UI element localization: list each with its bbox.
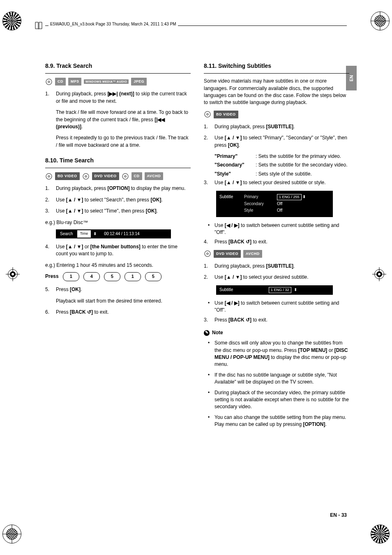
note-list: Some discs will only allow you to change…	[204, 340, 349, 428]
s811a-step-4: Press [BACK ↺] to exit.	[204, 238, 349, 245]
badge-mp3: MP3	[68, 78, 81, 86]
s810-step-5: Press [OK].Playback will start from the …	[45, 286, 191, 305]
section-8-11-title: 8.11. Switching Subtitles	[204, 62, 349, 70]
book-icon	[34, 21, 44, 31]
svg-point-11	[207, 253, 208, 254]
note-1: Some discs will only allow you to change…	[204, 340, 349, 368]
note-2: If the disc has no subtitle language or …	[204, 372, 349, 386]
crop-mark-bl	[2, 525, 21, 543]
press-digits-row: Press 1 4 5 1 5	[45, 272, 191, 281]
page-root: E5WA0UD_EN_v3.book Page 33 Thursday, Mar…	[0, 0, 392, 555]
svg-point-6	[122, 173, 128, 179]
s89-step-1: During playback, press [▶▶| (next)] to s…	[45, 90, 191, 149]
register-mark-left	[6, 267, 20, 281]
osd-subtitle-panel: SubtitlePrimary1 ENG / 255 ⬍ SecondaryOf…	[216, 191, 333, 217]
s810-step-3: Use [▲ / ▼] to select "Time", then press…	[45, 208, 191, 215]
s811b-bullet: Use [◀ / ▶] to switch between current su…	[204, 300, 349, 314]
section-8-10-title: 8.10. Time Search	[45, 156, 191, 164]
note-icon: ✎	[204, 330, 210, 336]
svg-point-0	[46, 79, 52, 85]
badge-avchd: AVCHD	[145, 172, 164, 180]
page-footer: EN - 33	[330, 512, 347, 518]
s810-eg1: e.g.) Blu-ray Disc™	[45, 219, 191, 226]
s811-badges-dvd: DVD VIDEO AVCHD	[204, 250, 349, 258]
disc-icon	[45, 78, 53, 86]
crop-mark-tr	[371, 12, 390, 30]
disc-icon	[122, 173, 129, 180]
s811a-step-1: During playback, press [SUBTITLE].	[204, 123, 349, 130]
s811a-step-3: Use [▲ / ▼] to select your desired subti…	[204, 179, 349, 186]
crop-mark-tl	[2, 12, 21, 30]
svg-point-1	[48, 81, 50, 83]
def-secondary: "Secondary": Sets the subtitle for the s…	[214, 162, 349, 169]
s810-step-2: Use [▲ / ▼] to select "Search", then pre…	[45, 197, 191, 204]
badge-bd: BD VIDEO	[214, 111, 238, 118]
badge-dvd: DVD VIDEO	[92, 172, 119, 180]
s89-badges: CD MP3 WINDOWS MEDIA™ AUDIO JPEG	[45, 78, 191, 86]
s811b-step-3: Press [BACK ↺] to exit.	[204, 317, 349, 324]
s810-badges: BD VIDEO DVD VIDEO CD AVCHD	[45, 172, 191, 180]
disc-icon	[45, 173, 53, 180]
badge-wma: WINDOWS MEDIA™ AUDIO	[84, 79, 129, 84]
register-mark-right	[372, 267, 386, 281]
s811a-bullet: Use [◀ / ▶] to switch between current su…	[204, 222, 349, 236]
right-column: 8.11. Switching Subtitles Some video mat…	[204, 62, 349, 432]
disc-icon	[82, 173, 90, 180]
s811b-step-2: Use [▲ / ▼] to select your desired subti…	[204, 274, 349, 281]
svg-point-4	[83, 173, 89, 179]
keycap-5: 5	[145, 272, 161, 281]
badge-cd: CD	[55, 78, 66, 86]
crop-mark-br	[371, 525, 390, 543]
svg-point-10	[205, 251, 210, 257]
section-8-9-title: 8.9. Track Search	[45, 62, 191, 70]
osd-subtitle-bar: Subtitle 1 ENG / 32 ⬍	[216, 285, 333, 295]
note-3: During playback of the secondary video, …	[204, 389, 349, 411]
badge-avchd: AVCHD	[243, 250, 262, 258]
header-running-text: E5WA0UD_EN_v3.book Page 33 Thursday, Mar…	[48, 22, 178, 26]
svg-point-7	[125, 176, 126, 177]
def-style: "Style": Sets style of the subtitle.	[214, 171, 349, 178]
svg-point-9	[207, 113, 208, 115]
badge-jpeg: JPEG	[131, 78, 147, 86]
disc-icon	[204, 250, 211, 257]
svg-point-8	[205, 111, 210, 117]
badge-cd: CD	[131, 172, 142, 180]
s811-intro: Some video materials may have subtitles …	[204, 78, 349, 106]
s811b-step-1: During playback, press [SUBTITLE].	[204, 263, 349, 270]
s811a-step-2: Use [▲ / ▼] to select "Primary", "Second…	[204, 134, 349, 149]
svg-point-3	[48, 176, 50, 177]
keycap-5: 5	[104, 272, 120, 281]
note-heading: ✎Note	[204, 329, 349, 336]
left-column: 8.9. Track Search CD MP3 WINDOWS MEDIA™ …	[45, 62, 191, 432]
svg-point-2	[46, 173, 52, 179]
note-4: You can also change the subtitle setting…	[204, 414, 349, 428]
s810-step-1: During playback, press [OPTION] to displ…	[45, 185, 191, 192]
s810-eg2: e.g.) Entering 1 hour 45 minutes and 15 …	[45, 262, 191, 269]
keycap-1: 1	[125, 272, 141, 281]
badge-bd: BD VIDEO	[55, 172, 80, 180]
badge-dvd: DVD VIDEO	[214, 250, 241, 258]
s811-badges-bd: BD VIDEO	[204, 111, 349, 118]
svg-point-5	[85, 176, 87, 177]
disc-icon	[204, 111, 211, 118]
keycap-1: 1	[63, 272, 79, 281]
def-primary: "Primary": Sets the subtitle for the pri…	[214, 153, 349, 160]
s810-step-4: Use [▲ / ▼] or [the Number buttons] to e…	[45, 243, 191, 258]
s810-step-6: Press [BACK ↺] to exit.	[45, 309, 191, 316]
keycap-4: 4	[83, 272, 100, 281]
osd-search-bar: Search Time ⬍ 00:12:44 / 11:13:14	[56, 229, 171, 238]
